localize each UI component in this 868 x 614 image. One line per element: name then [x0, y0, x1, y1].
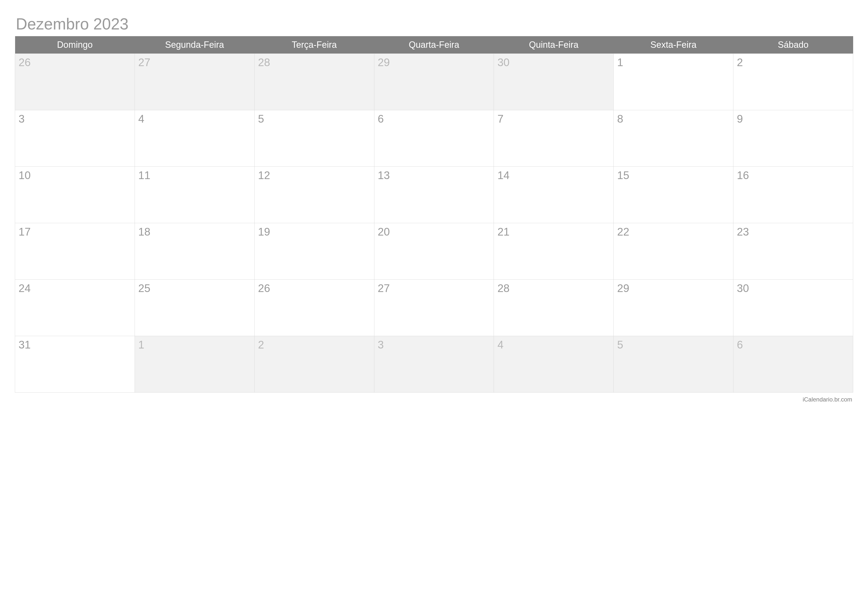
calendar-day-cell: 23: [733, 223, 853, 280]
footer-credit: iCalendario.br.com: [15, 396, 853, 403]
calendar-day-cell: 10: [15, 167, 135, 223]
calendar-day-cell: 27: [135, 54, 254, 110]
calendar-day-cell: 6: [374, 110, 494, 167]
calendar-day-cell: 28: [494, 280, 614, 336]
calendar-day-cell: 20: [374, 223, 494, 280]
calendar-day-cell: 28: [254, 54, 374, 110]
calendar-header-row: Domingo Segunda-Feira Terça-Feira Quarta…: [15, 36, 853, 54]
weekday-header: Quinta-Feira: [494, 36, 614, 54]
calendar-day-cell: 30: [733, 280, 853, 336]
weekday-header: Quarta-Feira: [374, 36, 494, 54]
calendar-day-cell: 3: [15, 110, 135, 167]
calendar-day-cell: 4: [494, 336, 614, 393]
weekday-header: Sexta-Feira: [614, 36, 733, 54]
calendar-title: Dezembro 2023: [15, 15, 853, 33]
calendar-body: 2627282930123456789101112131415161718192…: [15, 54, 853, 393]
calendar-day-cell: 11: [135, 167, 254, 223]
calendar-day-cell: 25: [135, 280, 254, 336]
calendar-day-cell: 1: [135, 336, 254, 393]
calendar-day-cell: 1: [614, 54, 733, 110]
calendar-table: Domingo Segunda-Feira Terça-Feira Quarta…: [15, 36, 853, 393]
calendar-week-row: 17181920212223: [15, 223, 853, 280]
calendar-container: Dezembro 2023 Domingo Segunda-Feira Terç…: [15, 15, 853, 403]
weekday-header: Terça-Feira: [254, 36, 374, 54]
calendar-week-row: 10111213141516: [15, 167, 853, 223]
calendar-day-cell: 2: [254, 336, 374, 393]
weekday-header: Domingo: [15, 36, 135, 54]
calendar-day-cell: 7: [494, 110, 614, 167]
calendar-day-cell: 5: [614, 336, 733, 393]
calendar-day-cell: 8: [614, 110, 733, 167]
calendar-day-cell: 22: [614, 223, 733, 280]
calendar-day-cell: 30: [494, 54, 614, 110]
calendar-day-cell: 6: [733, 336, 853, 393]
calendar-week-row: 3456789: [15, 110, 853, 167]
calendar-day-cell: 26: [254, 280, 374, 336]
calendar-day-cell: 29: [374, 54, 494, 110]
calendar-day-cell: 24: [15, 280, 135, 336]
calendar-day-cell: 9: [733, 110, 853, 167]
calendar-week-row: 31123456: [15, 336, 853, 393]
weekday-header: Sábado: [733, 36, 853, 54]
calendar-day-cell: 4: [135, 110, 254, 167]
calendar-day-cell: 29: [614, 280, 733, 336]
calendar-day-cell: 31: [15, 336, 135, 393]
calendar-day-cell: 3: [374, 336, 494, 393]
calendar-day-cell: 14: [494, 167, 614, 223]
calendar-day-cell: 5: [254, 110, 374, 167]
calendar-day-cell: 15: [614, 167, 733, 223]
calendar-day-cell: 12: [254, 167, 374, 223]
calendar-week-row: 262728293012: [15, 54, 853, 110]
calendar-day-cell: 18: [135, 223, 254, 280]
calendar-day-cell: 17: [15, 223, 135, 280]
calendar-day-cell: 19: [254, 223, 374, 280]
calendar-day-cell: 16: [733, 167, 853, 223]
calendar-week-row: 24252627282930: [15, 280, 853, 336]
calendar-day-cell: 21: [494, 223, 614, 280]
calendar-day-cell: 27: [374, 280, 494, 336]
calendar-day-cell: 2: [733, 54, 853, 110]
calendar-day-cell: 13: [374, 167, 494, 223]
calendar-day-cell: 26: [15, 54, 135, 110]
weekday-header: Segunda-Feira: [135, 36, 254, 54]
